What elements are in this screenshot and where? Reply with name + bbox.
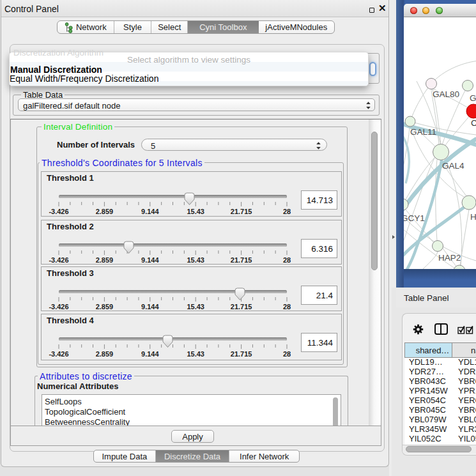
svg-text:GCY1: GCY1 xyxy=(404,213,425,223)
svg-text:GAL4: GAL4 xyxy=(442,161,464,171)
svg-text:GA: GA xyxy=(470,93,476,103)
svg-text:H: H xyxy=(470,212,476,222)
svg-text:GAL80: GAL80 xyxy=(433,89,459,99)
svg-text:HAP2: HAP2 xyxy=(438,253,461,263)
svg-text:GAL11: GAL11 xyxy=(410,127,436,137)
svg-text:C: C xyxy=(471,118,476,128)
